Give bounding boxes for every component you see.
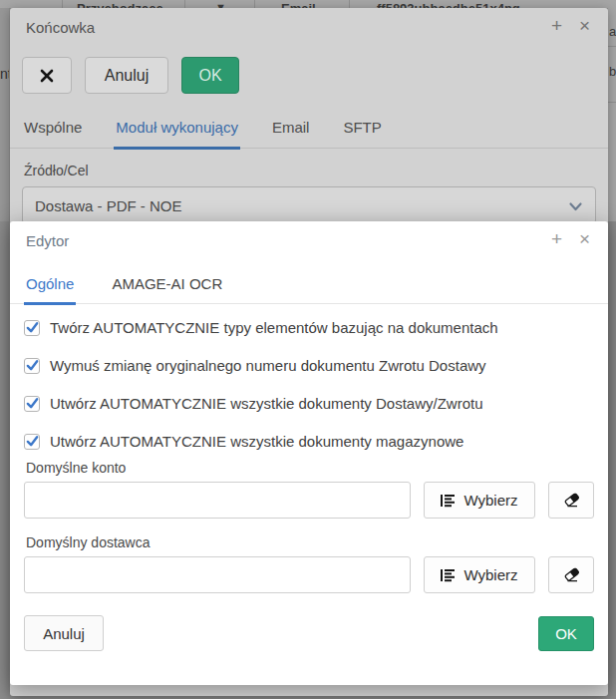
x-icon [39, 68, 55, 84]
tab-email[interactable]: Email [270, 119, 312, 148]
close-icon[interactable]: × [579, 229, 590, 248]
clear-account-button[interactable] [548, 482, 594, 519]
default-supplier-row: Wybierz [24, 556, 594, 593]
checkbox-label: Wymuś zmianę oryginalnego numeru dokumen… [50, 357, 486, 374]
checkbox-force-number-change[interactable]: Wymuś zmianę oryginalnego numeru dokumen… [24, 357, 594, 374]
checkmark-icon [26, 359, 39, 372]
checkbox-auto-create-warehouse-docs[interactable]: Utwórz AUTOMATYCZNIE wszystkie dokumenty… [24, 433, 594, 450]
checkbox-label: Utwórz AUTOMATYCZNIE wszystkie dokumenty… [50, 433, 463, 450]
checkmark-icon [26, 321, 39, 334]
table-row-divider [608, 46, 616, 47]
checkbox-box[interactable] [24, 358, 40, 374]
editor-dialog-titlebar: Edytor + × [10, 221, 608, 260]
endpoint-dialog-titlebar: Końcowka + × [10, 8, 608, 47]
checkbox-box[interactable] [24, 320, 40, 336]
column-header-email: Email [281, 1, 316, 8]
ok-button[interactable]: OK [181, 57, 239, 94]
source-target-select-value: Dostawa - PDF - NOE [35, 197, 182, 214]
chevron-down-icon: ▼ [215, 1, 226, 8]
default-account-input[interactable] [24, 482, 411, 519]
table-column-divider [349, 0, 350, 8]
cancel-button[interactable]: Anuluj [24, 615, 104, 651]
editor-dialog: Edytor + × Ogólne AMAGE-AI OCR Twórz AUT… [10, 221, 608, 685]
eraser-icon [563, 492, 580, 509]
default-account-group: Domyślne konto Wybierz [24, 460, 594, 519]
checkmark-icon [26, 397, 39, 410]
cell-hash-text: ff5893ubbaedhe51x4ng [377, 1, 520, 8]
choose-button-label: Wybierz [463, 566, 517, 583]
checkbox-label: Utwórz AUTOMATYCZNIE wszystkie dokumenty… [50, 395, 483, 412]
maximize-icon[interactable]: + [551, 229, 562, 248]
tab-modul-wykonujacy[interactable]: Moduł wykonujący [114, 119, 240, 150]
eraser-icon [563, 566, 580, 583]
default-account-label: Domyślne konto [26, 460, 592, 476]
tab-ogolne[interactable]: Ogólne [24, 275, 76, 305]
background-table-header: Przychodzące ▼ Email ff5893ubbaedhe51x4n… [0, 0, 616, 8]
source-target-select[interactable]: Dostawa - PDF - NOE [22, 186, 596, 224]
table-column-divider [254, 0, 255, 8]
endpoint-dialog-toolbar: Anuluj OK [10, 47, 608, 94]
choose-account-button[interactable]: Wybierz [424, 482, 535, 519]
checkbox-box[interactable] [24, 434, 40, 450]
screen: Przychodzące ▼ Email ff5893ubbaedhe51x4n… [0, 0, 616, 699]
endpoint-dialog-body: Źródło/Cel Dostawa - PDF - NOE [10, 149, 608, 224]
maximize-icon[interactable]: + [551, 16, 562, 35]
tab-sftp[interactable]: SFTP [341, 119, 383, 148]
background-text-fragment: a [609, 24, 616, 39]
default-account-row: Wybierz [24, 482, 594, 519]
editor-dialog-title: Edytor [26, 232, 69, 249]
tab-amage-ai-ocr[interactable]: AMAGE-AI OCR [110, 275, 224, 303]
checkmark-icon [26, 435, 39, 448]
column-header-incoming: Przychodzące [77, 1, 163, 8]
default-supplier-input[interactable] [24, 556, 411, 593]
list-icon [441, 568, 456, 582]
table-column-divider [62, 0, 63, 8]
ok-button[interactable]: OK [538, 616, 594, 651]
endpoint-dialog-title: Końcowka [26, 19, 95, 36]
tab-wspolne[interactable]: Wspólne [22, 119, 84, 148]
checkbox-label: Twórz AUTOMATYCZNIE typy elementów bazuj… [50, 319, 498, 336]
background-left-strip: nt [0, 8, 9, 221]
default-supplier-label: Domyślny dostawca [26, 534, 592, 550]
editor-dialog-footer: Anuluj OK [24, 615, 594, 651]
table-row-divider [608, 102, 616, 103]
choose-supplier-button[interactable]: Wybierz [424, 556, 535, 593]
close-button[interactable] [22, 57, 72, 94]
editor-checkbox-list: Twórz AUTOMATYCZNIE typy elementów bazuj… [24, 319, 594, 450]
background-text-fragment: b8 [609, 64, 616, 79]
editor-dialog-tabs: Ogólne AMAGE-AI OCR [10, 275, 608, 304]
table-column-divider [184, 0, 185, 8]
list-icon [441, 494, 456, 508]
source-target-label: Źródło/Cel [24, 163, 594, 178]
checkbox-box[interactable] [24, 396, 40, 412]
background-right-strip: a b8 [608, 8, 616, 221]
clear-supplier-button[interactable] [548, 556, 594, 593]
cancel-button[interactable]: Anuluj [85, 57, 168, 94]
choose-button-label: Wybierz [463, 492, 517, 509]
checkbox-auto-create-delivery-docs[interactable]: Utwórz AUTOMATYCZNIE wszystkie dokumenty… [24, 395, 594, 412]
endpoint-dialog-tabs: Wspólne Moduł wykonujący Email SFTP [10, 119, 608, 149]
close-icon[interactable]: × [579, 16, 590, 35]
chevron-down-icon [568, 199, 583, 217]
checkbox-auto-create-types[interactable]: Twórz AUTOMATYCZNIE typy elementów bazuj… [24, 319, 594, 336]
background-text-fragment: nt [0, 66, 9, 82]
default-supplier-group: Domyślny dostawca Wybierz [24, 534, 594, 593]
